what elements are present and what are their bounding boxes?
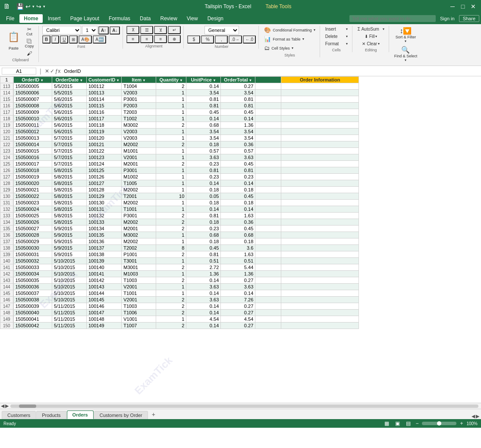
table-cell[interactable]: V2001 — [122, 154, 156, 161]
table-cell[interactable]: 4.54 — [186, 316, 221, 323]
menu-file[interactable]: File — [2, 14, 19, 23]
table-cell[interactable]: 100115 — [87, 103, 122, 109]
sort-filter-button[interactable]: ↕🔽 Sort & Filter ▾ — [394, 26, 418, 44]
table-cell[interactable]: 1 — [156, 290, 186, 297]
format-cells-button[interactable]: Format▾ — [324, 41, 349, 47]
table-cell[interactable]: V1001 — [122, 316, 156, 323]
col-header-orderdate[interactable]: OrderDate▼ — [52, 77, 87, 83]
table-cell[interactable]: 5/11/2015 — [52, 323, 87, 329]
table-cell[interactable]: 1 — [156, 187, 186, 193]
h-scroll-thumb[interactable] — [19, 404, 36, 408]
table-cell[interactable]: T1003 — [122, 277, 156, 284]
table-cell[interactable]: 1 — [156, 135, 186, 141]
table-cell[interactable]: 150500030 — [13, 245, 52, 251]
table-cell[interactable]: 0.27 — [221, 303, 255, 310]
table-cell[interactable]: M3002 — [122, 232, 156, 238]
table-cell[interactable]: 0.14 — [186, 83, 221, 90]
table-cell[interactable]: 150500027 — [13, 226, 52, 232]
table-cell[interactable]: 150500010 — [13, 116, 52, 122]
table-cell[interactable]: 5/9/2015 — [52, 232, 87, 238]
table-cell[interactable]: P3001 — [122, 96, 156, 103]
table-cell[interactable]: 150500018 — [13, 167, 52, 174]
table-cell[interactable]: 2 — [156, 219, 186, 226]
table-cell[interactable]: M3001 — [122, 264, 156, 271]
table-cell[interactable]: 2.72 — [186, 264, 221, 271]
percent-button[interactable]: % — [201, 35, 214, 44]
table-cell[interactable]: 150500025 — [13, 213, 52, 219]
table-cell[interactable]: M2002 — [122, 238, 156, 245]
table-cell[interactable]: 100118 — [87, 122, 122, 128]
table-cell[interactable]: 5/11/2015 — [52, 310, 87, 316]
table-cell[interactable]: 5/8/2015 — [52, 200, 87, 206]
table-cell[interactable]: 100134 — [87, 226, 122, 232]
table-cell[interactable]: 100119 — [87, 128, 122, 135]
table-cell[interactable]: 150500021 — [13, 187, 52, 193]
view-normal-button[interactable]: ▦ — [383, 420, 390, 427]
table-cell[interactable]: 150500026 — [13, 219, 52, 226]
menu-view[interactable]: View — [182, 14, 202, 23]
table-cell[interactable]: 150500019 — [13, 174, 52, 180]
table-cell[interactable]: 0.14 — [186, 310, 221, 316]
table-cell[interactable]: 100137 — [87, 245, 122, 251]
table-cell[interactable]: 5/9/2015 — [52, 226, 87, 232]
table-cell[interactable]: T1003 — [122, 303, 156, 310]
menu-data[interactable]: Data — [135, 14, 155, 23]
fill-color-button[interactable]: A🎨 — [79, 35, 92, 44]
table-cell[interactable]: T2003 — [122, 109, 156, 116]
table-cell[interactable]: 150500006 — [13, 90, 52, 96]
table-cell[interactable]: 5/10/2015 — [52, 284, 87, 290]
table-cell[interactable]: V2003 — [122, 135, 156, 141]
table-cell[interactable]: 100112 — [87, 83, 122, 90]
table-cell[interactable]: V2003 — [122, 90, 156, 96]
table-cell[interactable]: 5/7/2015 — [52, 161, 87, 167]
table-cell[interactable]: T1001 — [122, 206, 156, 213]
table-cell[interactable]: 0.23 — [186, 174, 221, 180]
table-cell[interactable]: 5/6/2015 — [52, 103, 87, 109]
table-cell[interactable]: 2 — [156, 161, 186, 167]
table-cell[interactable]: 0.23 — [186, 226, 221, 232]
table-cell[interactable]: 8 — [156, 245, 186, 251]
table-row[interactable]: 1371505000295/9/2015100136M200210.180.18 — [0, 238, 359, 245]
table-cell[interactable]: 150500023 — [13, 200, 52, 206]
zoom-in-button[interactable]: + — [460, 420, 463, 426]
fill-button[interactable]: ⬇ Fill▾ — [356, 33, 386, 40]
formula-input[interactable]: OrderID — [62, 68, 479, 74]
table-cell[interactable]: 150500032 — [13, 258, 52, 264]
maximize-button[interactable]: □ — [459, 2, 467, 11]
table-cell[interactable]: 0.45 — [221, 226, 255, 232]
table-cell[interactable]: 7.26 — [221, 297, 255, 303]
table-cell[interactable]: 150500038 — [13, 297, 52, 303]
table-cell[interactable]: 2 — [156, 297, 186, 303]
table-row[interactable]: 1211505000135/7/2015100120V200313.543.54 — [0, 135, 359, 141]
table-cell[interactable]: 100122 — [87, 148, 122, 154]
table-cell[interactable]: 0.45 — [221, 161, 255, 167]
table-cell[interactable]: 100140 — [87, 264, 122, 271]
zoom-slider-thumb[interactable] — [437, 421, 441, 426]
table-cell[interactable]: 2 — [156, 251, 186, 258]
table-cell[interactable]: 5/10/2015 — [52, 297, 87, 303]
table-cell[interactable]: 5/9/2015 — [52, 251, 87, 258]
table-cell[interactable]: 0.14 — [186, 323, 221, 329]
table-cell[interactable]: 150500037 — [13, 290, 52, 297]
table-cell[interactable]: 0.05 — [186, 193, 221, 200]
table-cell[interactable]: 5/6/2015 — [52, 96, 87, 103]
table-cell[interactable]: 5/9/2015 — [52, 238, 87, 245]
table-cell[interactable]: 3.63 — [186, 284, 221, 290]
table-cell[interactable]: 2 — [156, 277, 186, 284]
table-cell[interactable]: 150500035 — [13, 277, 52, 284]
table-cell[interactable]: M2001 — [122, 161, 156, 167]
table-row[interactable]: 1421505000345/10/2015100141M100311.361.3… — [0, 271, 359, 277]
table-cell[interactable]: 1 — [156, 316, 186, 323]
table-cell[interactable]: 100141 — [87, 271, 122, 277]
menu-review[interactable]: Review — [156, 14, 181, 23]
table-cell[interactable]: 100138 — [87, 251, 122, 258]
insert-cells-button[interactable]: Insert▾ — [324, 26, 349, 32]
table-cell[interactable]: 3.54 — [221, 90, 255, 96]
italic-button[interactable]: I — [51, 35, 59, 44]
table-cell[interactable]: P3001 — [122, 167, 156, 174]
font-color-button[interactable]: A🔤 — [93, 35, 106, 44]
menu-home[interactable]: Home — [19, 14, 42, 23]
table-cell[interactable]: 100147 — [87, 310, 122, 316]
zoom-slider-track[interactable] — [422, 422, 456, 425]
table-row[interactable]: 1311505000235/8/2015100130M200210.180.18 — [0, 200, 359, 206]
